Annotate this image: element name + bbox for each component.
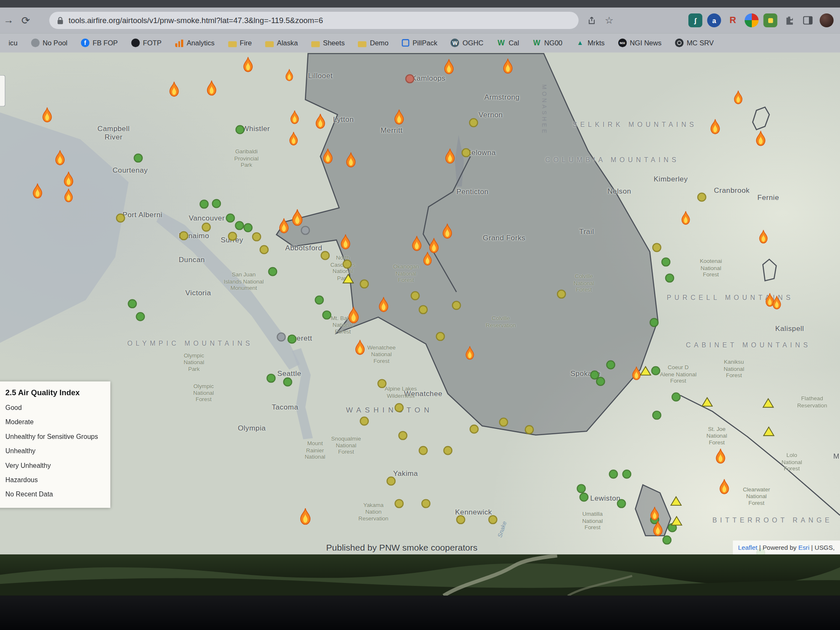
monitor-marker-g[interactable]: [672, 392, 681, 402]
bookmark-analytics[interactable]: Analytics: [175, 39, 214, 47]
fire-marker[interactable]: [377, 297, 391, 312]
monitor-marker-g[interactable]: [617, 499, 626, 508]
fire-marker[interactable]: [31, 183, 45, 199]
monitor-marker-y[interactable]: [394, 499, 404, 508]
monitor-marker-y[interactable]: [421, 499, 430, 508]
bookmark-icu[interactable]: icu: [8, 39, 17, 47]
monitor-marker-y[interactable]: [320, 251, 330, 260]
aqi-triangle-marker[interactable]: [701, 396, 713, 407]
fire-marker[interactable]: [717, 479, 731, 495]
monitor-marker-g[interactable]: [134, 153, 143, 163]
monitor-marker-y[interactable]: [179, 231, 189, 240]
monitor-marker-g[interactable]: [267, 374, 276, 383]
monitor-marker-y[interactable]: [228, 232, 237, 241]
fire-marker[interactable]: [321, 148, 335, 164]
monitor-marker-g[interactable]: [244, 223, 253, 232]
profile-avatar[interactable]: [820, 13, 834, 27]
monitor-marker-y[interactable]: [499, 417, 508, 427]
monitor-marker-y[interactable]: [411, 291, 420, 300]
fire-marker[interactable]: [680, 211, 692, 225]
fire-marker[interactable]: [53, 150, 67, 165]
monitor-marker-y[interactable]: [697, 193, 706, 202]
bookmark-no-pool[interactable]: No Pool: [31, 39, 68, 47]
forward-button[interactable]: →: [0, 14, 17, 26]
fire-marker[interactable]: [757, 229, 770, 244]
ext-puzzle[interactable]: [782, 13, 796, 27]
bookmark-demo[interactable]: Demo: [358, 39, 388, 47]
fire-marker[interactable]: [241, 56, 255, 72]
fire-marker[interactable]: [313, 113, 327, 129]
fire-marker[interactable]: [289, 110, 301, 124]
monitor-marker-y[interactable]: [343, 260, 352, 269]
fire-marker[interactable]: [442, 59, 456, 75]
aqi-triangle-marker[interactable]: [762, 397, 774, 408]
fire-marker[interactable]: [464, 346, 476, 360]
bookmark-fire[interactable]: Fire: [228, 39, 252, 47]
monitor-marker-y[interactable]: [360, 279, 369, 289]
monitor-marker-y[interactable]: [116, 213, 125, 223]
share-icon[interactable]: [587, 16, 596, 25]
fire-marker[interactable]: [771, 295, 783, 310]
aqi-triangle-marker[interactable]: [763, 426, 774, 437]
monitor-marker-g[interactable]: [322, 310, 331, 320]
monitor-marker-g[interactable]: [606, 360, 615, 370]
fire-marker[interactable]: [339, 234, 352, 250]
monitor-marker-g[interactable]: [662, 536, 672, 545]
monitor-marker-g[interactable]: [136, 312, 145, 321]
monitor-marker-g[interactable]: [652, 411, 662, 420]
bookmark-fb-fop[interactable]: fFB FOP: [81, 39, 118, 47]
monitor-marker-g[interactable]: [235, 221, 244, 230]
monitor-marker-g[interactable]: [665, 273, 675, 283]
fire-marker[interactable]: [290, 209, 305, 226]
fire-marker[interactable]: [167, 81, 181, 97]
fire-marker[interactable]: [392, 109, 406, 125]
monitor-marker-y[interactable]: [398, 431, 407, 440]
monitor-marker-g[interactable]: [287, 335, 297, 344]
monitor-marker-g[interactable]: [268, 267, 277, 276]
fire-marker[interactable]: [277, 218, 291, 234]
fire-marker[interactable]: [62, 171, 76, 187]
fire-marker[interactable]: [346, 306, 361, 324]
monitor-marker-y[interactable]: [488, 515, 498, 524]
monitor-marker-y[interactable]: [386, 477, 396, 486]
ext-r[interactable]: R: [726, 13, 740, 27]
monitor-marker-y[interactable]: [452, 301, 461, 310]
fire-marker[interactable]: [440, 223, 454, 239]
monitor-marker-y[interactable]: [456, 515, 465, 524]
monitor-marker-r[interactable]: [405, 74, 415, 84]
aqi-triangle-marker[interactable]: [670, 496, 682, 507]
ext-green[interactable]: [764, 13, 777, 27]
bookmark-oghc[interactable]: WOGHC: [451, 39, 483, 47]
monitor-marker-gr[interactable]: [277, 332, 286, 341]
ext-a[interactable]: a: [707, 13, 721, 27]
bookmark-mc-srv[interactable]: MC SRV: [675, 39, 714, 47]
monitor-marker-g[interactable]: [212, 199, 221, 208]
monitor-marker-g[interactable]: [200, 200, 209, 209]
bookmark-cal[interactable]: WCal: [497, 39, 519, 47]
monitor-marker-g[interactable]: [283, 378, 292, 387]
monitor-marker-y[interactable]: [394, 403, 404, 412]
ext-panel[interactable]: [801, 13, 815, 27]
monitor-marker-g[interactable]: [609, 470, 618, 479]
monitor-marker-y[interactable]: [443, 446, 452, 455]
bookmark-pillpack[interactable]: PillPack: [402, 39, 438, 47]
bookmark-ng00[interactable]: WNG00: [533, 39, 562, 47]
reload-button[interactable]: ⟳: [17, 14, 34, 26]
monitor-marker-y[interactable]: [419, 446, 428, 455]
fire-marker[interactable]: [344, 152, 358, 168]
monitor-marker-y[interactable]: [419, 305, 428, 314]
monitor-marker-g[interactable]: [651, 366, 660, 375]
monitor-marker-y[interactable]: [260, 245, 269, 255]
monitor-marker-g[interactable]: [579, 493, 588, 502]
fire-marker[interactable]: [443, 148, 457, 164]
monitor-marker-y[interactable]: [202, 223, 211, 232]
monitor-marker-y[interactable]: [469, 118, 478, 127]
fire-marker[interactable]: [353, 339, 367, 355]
bookmark-fotp[interactable]: FOTP: [131, 39, 161, 47]
zoom-control-partial[interactable]: [0, 75, 5, 107]
monitor-marker-g[interactable]: [236, 125, 245, 134]
address-bar[interactable]: tools.airfire.org/airtools/v1/pnw-smoke.…: [49, 12, 578, 29]
fire-marker[interactable]: [205, 80, 218, 96]
monitor-marker-gr[interactable]: [301, 226, 310, 235]
ext-script[interactable]: ʃ: [688, 13, 702, 27]
